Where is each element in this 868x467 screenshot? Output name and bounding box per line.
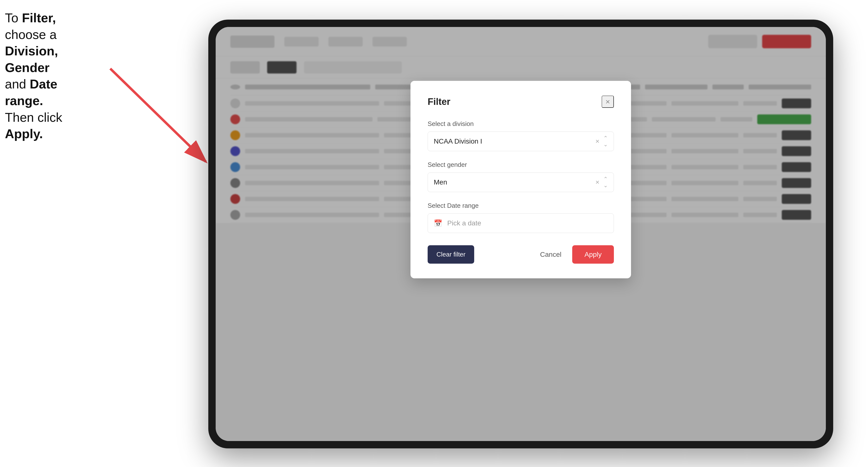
modal-header: Filter ×: [428, 96, 614, 108]
date-label: Select Date range: [428, 202, 614, 210]
select-controls: × ⌃⌄: [595, 135, 608, 148]
gender-clear-icon[interactable]: ×: [595, 178, 599, 186]
clear-filter-button[interactable]: Clear filter: [428, 245, 474, 263]
calendar-icon: 📅: [434, 219, 442, 227]
filter-bold: Filter,: [22, 11, 56, 25]
date-placeholder: Pick a date: [447, 219, 481, 227]
division-arrow-icon: ⌃⌄: [603, 135, 608, 148]
date-form-group: Select Date range 📅 Pick a date: [428, 202, 614, 233]
division-value: NCAA Division I: [434, 137, 482, 145]
modal-close-button[interactable]: ×: [601, 96, 614, 108]
tablet-screen: Filter × Select a division NCAA Division…: [216, 27, 826, 441]
division-clear-icon[interactable]: ×: [595, 137, 599, 145]
gender-select-controls: × ⌃⌄: [595, 176, 608, 189]
gender-arrow-icon: ⌃⌄: [603, 176, 608, 189]
gender-value: Men: [434, 178, 447, 186]
modal-overlay: Filter × Select a division NCAA Division…: [216, 27, 826, 441]
apply-button[interactable]: Apply: [572, 245, 614, 263]
cancel-button[interactable]: Cancel: [535, 245, 566, 263]
division-gender-bold: Division, Gender: [5, 44, 58, 75]
filter-modal: Filter × Select a division NCAA Division…: [410, 81, 631, 278]
tablet-frame: Filter × Select a division NCAA Division…: [208, 20, 833, 448]
modal-title: Filter: [428, 97, 451, 107]
gender-label: Select gender: [428, 161, 614, 168]
modal-footer: Clear filter Cancel Apply: [428, 245, 614, 263]
close-icon: ×: [606, 97, 610, 106]
gender-select[interactable]: Men × ⌃⌄: [428, 173, 614, 192]
date-input[interactable]: 📅 Pick a date: [428, 213, 614, 233]
division-select[interactable]: NCAA Division I × ⌃⌄: [428, 131, 614, 151]
division-form-group: Select a division NCAA Division I × ⌃⌄: [428, 120, 614, 151]
svg-line-1: [110, 69, 206, 162]
date-bold: Date range.: [5, 77, 57, 108]
instruction-text: To Filter, choose a Division, Gender and…: [5, 10, 81, 142]
apply-bold: Apply.: [5, 127, 43, 141]
division-label: Select a division: [428, 120, 614, 128]
gender-form-group: Select gender Men × ⌃⌄: [428, 161, 614, 192]
modal-footer-right: Cancel Apply: [535, 245, 614, 263]
